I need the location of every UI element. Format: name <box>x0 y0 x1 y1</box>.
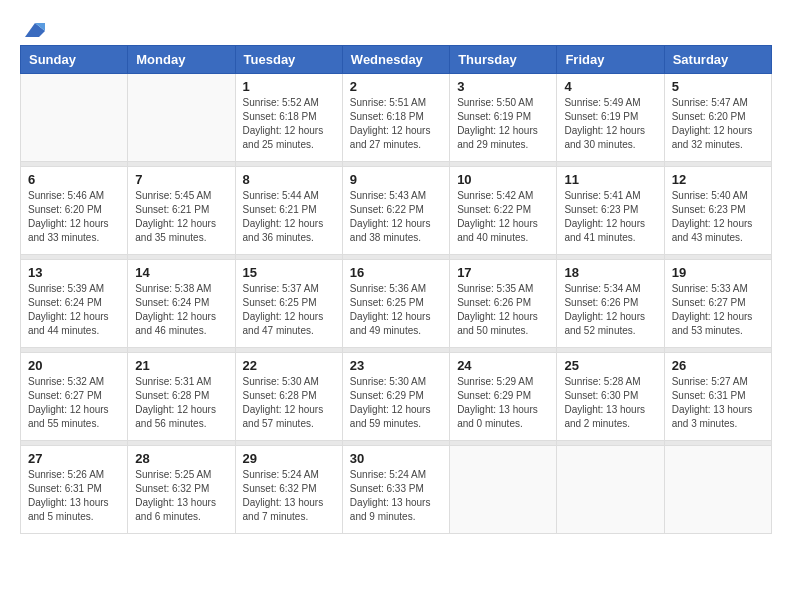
calendar-cell: 17Sunrise: 5:35 AMSunset: 6:26 PMDayligh… <box>450 260 557 348</box>
day-info: Sunrise: 5:31 AMSunset: 6:28 PMDaylight:… <box>135 375 227 431</box>
calendar-week-row: 1Sunrise: 5:52 AMSunset: 6:18 PMDaylight… <box>21 74 772 162</box>
calendar-cell: 10Sunrise: 5:42 AMSunset: 6:22 PMDayligh… <box>450 167 557 255</box>
day-info: Sunrise: 5:38 AMSunset: 6:24 PMDaylight:… <box>135 282 227 338</box>
calendar-cell <box>557 446 664 534</box>
day-info: Sunrise: 5:52 AMSunset: 6:18 PMDaylight:… <box>243 96 335 152</box>
day-info: Sunrise: 5:42 AMSunset: 6:22 PMDaylight:… <box>457 189 549 245</box>
day-number: 30 <box>350 451 442 466</box>
calendar-cell: 3Sunrise: 5:50 AMSunset: 6:19 PMDaylight… <box>450 74 557 162</box>
day-number: 5 <box>672 79 764 94</box>
day-info: Sunrise: 5:32 AMSunset: 6:27 PMDaylight:… <box>28 375 120 431</box>
day-info: Sunrise: 5:37 AMSunset: 6:25 PMDaylight:… <box>243 282 335 338</box>
calendar-cell: 5Sunrise: 5:47 AMSunset: 6:20 PMDaylight… <box>664 74 771 162</box>
calendar-table: SundayMondayTuesdayWednesdayThursdayFrid… <box>20 45 772 534</box>
day-number: 20 <box>28 358 120 373</box>
calendar-header-saturday: Saturday <box>664 46 771 74</box>
day-info: Sunrise: 5:40 AMSunset: 6:23 PMDaylight:… <box>672 189 764 245</box>
calendar-cell: 30Sunrise: 5:24 AMSunset: 6:33 PMDayligh… <box>342 446 449 534</box>
logo <box>20 20 45 35</box>
day-number: 29 <box>243 451 335 466</box>
calendar-cell: 18Sunrise: 5:34 AMSunset: 6:26 PMDayligh… <box>557 260 664 348</box>
day-number: 21 <box>135 358 227 373</box>
day-info: Sunrise: 5:39 AMSunset: 6:24 PMDaylight:… <box>28 282 120 338</box>
calendar-cell: 28Sunrise: 5:25 AMSunset: 6:32 PMDayligh… <box>128 446 235 534</box>
day-number: 28 <box>135 451 227 466</box>
calendar-cell: 11Sunrise: 5:41 AMSunset: 6:23 PMDayligh… <box>557 167 664 255</box>
day-number: 2 <box>350 79 442 94</box>
day-info: Sunrise: 5:43 AMSunset: 6:22 PMDaylight:… <box>350 189 442 245</box>
calendar-cell: 1Sunrise: 5:52 AMSunset: 6:18 PMDaylight… <box>235 74 342 162</box>
calendar-cell <box>664 446 771 534</box>
calendar-cell: 12Sunrise: 5:40 AMSunset: 6:23 PMDayligh… <box>664 167 771 255</box>
day-number: 18 <box>564 265 656 280</box>
day-info: Sunrise: 5:35 AMSunset: 6:26 PMDaylight:… <box>457 282 549 338</box>
day-number: 11 <box>564 172 656 187</box>
calendar-cell: 26Sunrise: 5:27 AMSunset: 6:31 PMDayligh… <box>664 353 771 441</box>
day-number: 4 <box>564 79 656 94</box>
day-info: Sunrise: 5:45 AMSunset: 6:21 PMDaylight:… <box>135 189 227 245</box>
day-number: 22 <box>243 358 335 373</box>
calendar-header-friday: Friday <box>557 46 664 74</box>
day-number: 23 <box>350 358 442 373</box>
day-number: 16 <box>350 265 442 280</box>
calendar-header-thursday: Thursday <box>450 46 557 74</box>
calendar-week-row: 20Sunrise: 5:32 AMSunset: 6:27 PMDayligh… <box>21 353 772 441</box>
calendar-week-row: 13Sunrise: 5:39 AMSunset: 6:24 PMDayligh… <box>21 260 772 348</box>
calendar-cell: 2Sunrise: 5:51 AMSunset: 6:18 PMDaylight… <box>342 74 449 162</box>
calendar-cell: 4Sunrise: 5:49 AMSunset: 6:19 PMDaylight… <box>557 74 664 162</box>
calendar-cell: 13Sunrise: 5:39 AMSunset: 6:24 PMDayligh… <box>21 260 128 348</box>
day-info: Sunrise: 5:50 AMSunset: 6:19 PMDaylight:… <box>457 96 549 152</box>
calendar-cell: 9Sunrise: 5:43 AMSunset: 6:22 PMDaylight… <box>342 167 449 255</box>
day-number: 7 <box>135 172 227 187</box>
calendar-cell: 20Sunrise: 5:32 AMSunset: 6:27 PMDayligh… <box>21 353 128 441</box>
day-number: 12 <box>672 172 764 187</box>
calendar-cell: 6Sunrise: 5:46 AMSunset: 6:20 PMDaylight… <box>21 167 128 255</box>
day-number: 19 <box>672 265 764 280</box>
calendar-header-monday: Monday <box>128 46 235 74</box>
calendar-week-row: 6Sunrise: 5:46 AMSunset: 6:20 PMDaylight… <box>21 167 772 255</box>
calendar-cell: 24Sunrise: 5:29 AMSunset: 6:29 PMDayligh… <box>450 353 557 441</box>
calendar-cell: 27Sunrise: 5:26 AMSunset: 6:31 PMDayligh… <box>21 446 128 534</box>
day-info: Sunrise: 5:44 AMSunset: 6:21 PMDaylight:… <box>243 189 335 245</box>
day-info: Sunrise: 5:36 AMSunset: 6:25 PMDaylight:… <box>350 282 442 338</box>
day-number: 17 <box>457 265 549 280</box>
day-info: Sunrise: 5:26 AMSunset: 6:31 PMDaylight:… <box>28 468 120 524</box>
day-number: 3 <box>457 79 549 94</box>
calendar-cell: 23Sunrise: 5:30 AMSunset: 6:29 PMDayligh… <box>342 353 449 441</box>
logo-icon <box>23 21 45 39</box>
day-number: 8 <box>243 172 335 187</box>
calendar-week-row: 27Sunrise: 5:26 AMSunset: 6:31 PMDayligh… <box>21 446 772 534</box>
day-number: 26 <box>672 358 764 373</box>
day-info: Sunrise: 5:41 AMSunset: 6:23 PMDaylight:… <box>564 189 656 245</box>
day-number: 13 <box>28 265 120 280</box>
day-info: Sunrise: 5:29 AMSunset: 6:29 PMDaylight:… <box>457 375 549 431</box>
day-info: Sunrise: 5:28 AMSunset: 6:30 PMDaylight:… <box>564 375 656 431</box>
day-info: Sunrise: 5:24 AMSunset: 6:32 PMDaylight:… <box>243 468 335 524</box>
day-number: 27 <box>28 451 120 466</box>
calendar-cell: 7Sunrise: 5:45 AMSunset: 6:21 PMDaylight… <box>128 167 235 255</box>
calendar-header-row: SundayMondayTuesdayWednesdayThursdayFrid… <box>21 46 772 74</box>
day-number: 24 <box>457 358 549 373</box>
calendar-cell: 25Sunrise: 5:28 AMSunset: 6:30 PMDayligh… <box>557 353 664 441</box>
day-number: 6 <box>28 172 120 187</box>
day-info: Sunrise: 5:49 AMSunset: 6:19 PMDaylight:… <box>564 96 656 152</box>
calendar-cell <box>128 74 235 162</box>
calendar-cell: 21Sunrise: 5:31 AMSunset: 6:28 PMDayligh… <box>128 353 235 441</box>
day-number: 14 <box>135 265 227 280</box>
day-info: Sunrise: 5:51 AMSunset: 6:18 PMDaylight:… <box>350 96 442 152</box>
day-info: Sunrise: 5:25 AMSunset: 6:32 PMDaylight:… <box>135 468 227 524</box>
calendar-cell: 15Sunrise: 5:37 AMSunset: 6:25 PMDayligh… <box>235 260 342 348</box>
day-info: Sunrise: 5:47 AMSunset: 6:20 PMDaylight:… <box>672 96 764 152</box>
calendar-cell: 29Sunrise: 5:24 AMSunset: 6:32 PMDayligh… <box>235 446 342 534</box>
day-number: 15 <box>243 265 335 280</box>
day-number: 1 <box>243 79 335 94</box>
calendar-header-sunday: Sunday <box>21 46 128 74</box>
day-info: Sunrise: 5:33 AMSunset: 6:27 PMDaylight:… <box>672 282 764 338</box>
day-number: 25 <box>564 358 656 373</box>
day-info: Sunrise: 5:34 AMSunset: 6:26 PMDaylight:… <box>564 282 656 338</box>
day-info: Sunrise: 5:30 AMSunset: 6:28 PMDaylight:… <box>243 375 335 431</box>
day-info: Sunrise: 5:24 AMSunset: 6:33 PMDaylight:… <box>350 468 442 524</box>
calendar-cell <box>21 74 128 162</box>
calendar-cell: 14Sunrise: 5:38 AMSunset: 6:24 PMDayligh… <box>128 260 235 348</box>
calendar-cell: 8Sunrise: 5:44 AMSunset: 6:21 PMDaylight… <box>235 167 342 255</box>
